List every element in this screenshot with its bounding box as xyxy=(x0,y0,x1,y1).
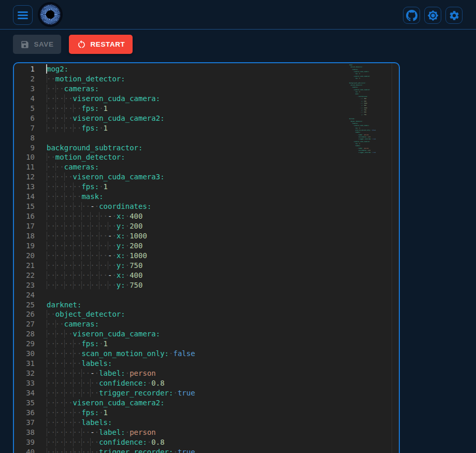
token-key: y: xyxy=(117,281,125,289)
save-button[interactable]: SAVE xyxy=(13,35,61,54)
token-key: cameras: xyxy=(64,163,99,171)
whitespace-dots: ········ xyxy=(47,359,81,367)
whitespace-dots: ············ xyxy=(47,389,99,397)
whitespace-dots: ················ xyxy=(47,261,117,270)
line-number: 35 xyxy=(14,398,35,408)
code-line: 39············confidence:·0.8 xyxy=(14,437,392,447)
token-num: 1000 xyxy=(129,232,147,240)
code-line: 35······viseron_cuda_camera2: xyxy=(14,398,392,408)
token-num: 1 xyxy=(104,182,108,191)
whitespace-dots: ······ xyxy=(47,173,73,181)
token-key: label: xyxy=(99,428,125,436)
code-line: 5········fps:·1 xyxy=(14,104,392,114)
line-number: 23 xyxy=(14,280,35,290)
line-number: 26 xyxy=(14,309,35,319)
whitespace-dots: ·············· xyxy=(47,232,108,240)
code-line: 4······viseron_cuda_camera: xyxy=(14,94,392,104)
whitespace-dots: ············ xyxy=(47,448,99,453)
restart-button[interactable]: RESTART xyxy=(69,35,133,54)
code-line: 19················y:·200 xyxy=(14,241,392,251)
config-code-editor[interactable]: 1mog2:2··motion_detector:3····cameras:4·… xyxy=(13,62,400,453)
token-key: viseron_cuda_camera: xyxy=(73,94,161,103)
whitespace-dots: · xyxy=(125,212,129,220)
whitespace-dots: · xyxy=(95,202,99,210)
settings-button[interactable] xyxy=(445,7,463,24)
token-num: 400 xyxy=(129,271,142,279)
line-number: 24 xyxy=(14,290,35,300)
line-number: 3 xyxy=(14,84,35,94)
code-line: 34············trigger_recorder:·true xyxy=(14,388,392,398)
whitespace-dots: · xyxy=(99,408,103,417)
whitespace-dots: ·· xyxy=(47,310,55,318)
line-number: 6 xyxy=(14,114,35,123)
whitespace-dots: ················ xyxy=(47,281,117,289)
token-key: labels: xyxy=(81,418,112,427)
token-key: y: xyxy=(117,222,125,230)
whitespace-dots: ········ xyxy=(47,418,81,427)
token-num: 1 xyxy=(104,339,108,348)
token-num: 750 xyxy=(129,281,142,289)
line-number: 8 xyxy=(14,133,35,143)
token-key: scan_on_motion_only: xyxy=(81,349,169,358)
line-number: 30 xyxy=(14,349,35,359)
code-line: 23················y:·750 xyxy=(14,280,392,290)
line-number: 28 xyxy=(14,329,35,339)
token-key: fps: xyxy=(81,104,99,112)
whitespace-dots: · xyxy=(125,271,129,279)
whitespace-dots: ···· xyxy=(47,84,64,93)
whitespace-dots: ······ xyxy=(47,330,73,338)
whitespace-dots: ········ xyxy=(47,339,81,348)
line-number: 29 xyxy=(14,339,35,349)
code-line: 25darknet: xyxy=(14,300,392,310)
code-line: 36········fps:·1 xyxy=(14,408,392,418)
whitespace-dots: · xyxy=(125,222,129,230)
line-number: 4 xyxy=(14,94,35,104)
token-key: label: xyxy=(99,369,125,377)
whitespace-dots: ········ xyxy=(47,124,81,132)
code-line: 26··object_detector: xyxy=(14,309,392,319)
whitespace-dots: · xyxy=(112,232,116,240)
line-number: 9 xyxy=(14,143,35,153)
menu-button[interactable] xyxy=(13,5,33,25)
code-line: 16··············-·x:·400 xyxy=(14,211,392,221)
line-number: 2 xyxy=(14,74,35,84)
token-dash: - xyxy=(90,202,94,210)
code-line: 14········mask: xyxy=(14,192,392,202)
token-key: viseron_cuda_camera: xyxy=(73,330,161,338)
viseron-logo xyxy=(39,4,61,25)
token-key: labels: xyxy=(81,359,112,367)
whitespace-dots: ·············· xyxy=(47,271,108,279)
minimap-line: trigger_recorder: true xyxy=(349,152,392,154)
code-line: 24 xyxy=(14,290,392,300)
token-num: 1 xyxy=(104,408,108,417)
whitespace-dots: · xyxy=(95,369,99,377)
token-num: 1 xyxy=(104,124,108,132)
github-button[interactable] xyxy=(403,7,420,24)
token-num: 0.8 xyxy=(151,379,164,387)
code-line: 10··motion_detector: xyxy=(14,152,392,162)
line-number: 15 xyxy=(14,202,35,211)
whitespace-dots: ·············· xyxy=(47,251,108,260)
token-key: confidence: xyxy=(99,379,147,387)
line-number: 12 xyxy=(14,172,35,182)
line-number: 5 xyxy=(14,104,35,114)
editor-vertical-scrollbar[interactable] xyxy=(392,63,399,453)
editor-minimap[interactable]: mog2: motion_detector: cameras: viseron_… xyxy=(349,64,392,154)
token-key: x: xyxy=(117,212,125,220)
line-number: 36 xyxy=(14,408,35,418)
whitespace-dots: ········ xyxy=(47,104,81,112)
whitespace-dots: ·· xyxy=(47,75,55,83)
hamburger-icon xyxy=(18,11,28,13)
whitespace-dots: ·· xyxy=(47,153,55,161)
brightness-icon xyxy=(427,10,439,21)
whitespace-dots: ········ xyxy=(47,408,81,417)
whitespace-dots: ················ xyxy=(47,242,117,250)
save-button-label: SAVE xyxy=(34,40,53,48)
theme-toggle-button[interactable] xyxy=(424,7,441,24)
whitespace-dots: · xyxy=(173,448,177,453)
token-key: fps: xyxy=(81,124,99,132)
token-key: viseron_cuda_camera2: xyxy=(73,399,165,407)
token-str: person xyxy=(129,369,156,377)
line-number: 14 xyxy=(14,192,35,202)
line-number: 16 xyxy=(14,211,35,221)
